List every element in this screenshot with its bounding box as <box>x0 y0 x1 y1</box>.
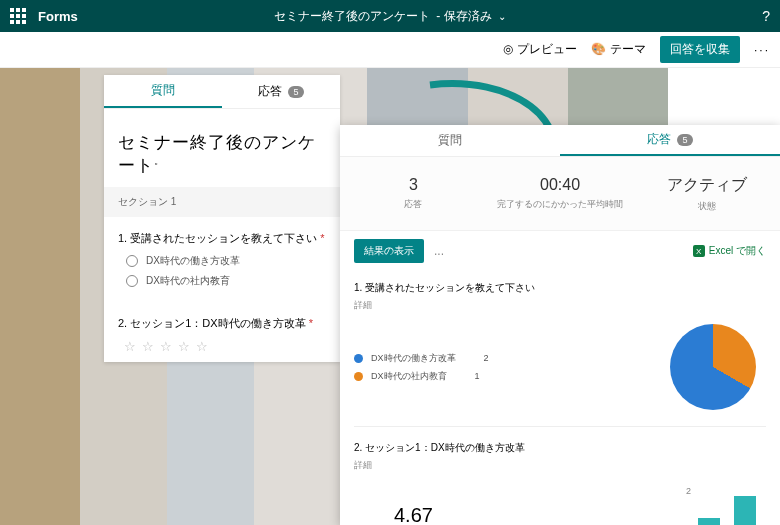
response-count-badge: 5 <box>288 86 303 98</box>
doc-title: セミナー終了後のアンケート <box>274 8 430 25</box>
results-action-row: 結果の表示 ... XExcel で開く <box>340 231 780 271</box>
chevron-down-icon[interactable]: ⌄ <box>498 11 506 22</box>
app-topbar: Forms セミナー終了後のアンケート - 保存済み ⌄ ? <box>0 0 780 32</box>
result-q1: 1. 受講されたセッションを教えて下さい 詳細 <box>340 271 780 324</box>
detail-link[interactable]: 詳細 <box>354 459 766 472</box>
more-results-button[interactable]: ... <box>434 244 444 258</box>
q1-chart-area: DX時代の働き方改革2 DX時代の社内教育1 <box>340 324 780 422</box>
form-tabs: 質問 応答5 <box>104 75 340 109</box>
responses-tabs: 質問 応答5 <box>340 125 780 157</box>
stat-status: アクティブ状態 <box>633 157 780 230</box>
stat-avg-time: 00:40完了するのにかかった平均時間 <box>487 157 634 230</box>
doc-status: - 保存済み <box>436 8 491 25</box>
question-2[interactable]: 2. セッション1：DX時代の働き方改革 * ☆☆☆☆☆ <box>104 302 340 362</box>
pie-legend: DX時代の働き方改革2 DX時代の社内教育1 <box>354 347 489 388</box>
stats-row: 3応答 00:40完了するのにかかった平均時間 アクティブ状態 <box>340 157 780 231</box>
star-rating[interactable]: ☆☆☆☆☆ <box>118 339 326 354</box>
question-1[interactable]: 1. 受講されたセッションを教えて下さい * DX時代の働き方改革 DX時代の社… <box>104 217 340 302</box>
q2-chart-area: 4.67 平均評価 <box>340 484 780 525</box>
legend-dot-icon <box>354 354 363 363</box>
q1-option-2[interactable]: DX時代の社内教育 <box>126 274 326 288</box>
legend-item-2: DX時代の社内教育1 <box>354 370 489 383</box>
help-button[interactable]: ? <box>762 8 770 24</box>
more-button[interactable]: ··· <box>754 43 770 57</box>
theme-button[interactable]: テーマ <box>591 41 646 58</box>
bar-2 <box>734 496 756 525</box>
stat-responses: 3応答 <box>340 157 487 230</box>
tab-questions[interactable]: 質問 <box>104 75 222 108</box>
responses-panel: 質問 応答5 3応答 00:40完了するのにかかった平均時間 アクティブ状態 結… <box>340 125 780 525</box>
legend-dot-icon <box>354 372 363 381</box>
doc-title-area[interactable]: セミナー終了後のアンケート - 保存済み ⌄ <box>274 8 505 25</box>
collect-responses-button[interactable]: 回答を収集 <box>660 36 740 63</box>
tab-responses-2[interactable]: 応答5 <box>560 125 780 156</box>
bar-1 <box>698 518 720 525</box>
app-launcher-icon[interactable] <box>10 8 26 24</box>
pie-chart <box>670 324 756 410</box>
detail-link[interactable]: 詳細 <box>354 299 766 312</box>
preview-button[interactable]: プレビュー <box>503 41 577 58</box>
show-results-button[interactable]: 結果の表示 <box>354 239 424 263</box>
tab-responses[interactable]: 応答5 <box>222 75 340 108</box>
radio-icon <box>126 275 138 287</box>
q1-option-1[interactable]: DX時代の働き方改革 <box>126 254 326 268</box>
app-name: Forms <box>38 9 78 24</box>
radio-icon <box>126 255 138 267</box>
command-bar: プレビュー テーマ 回答を収集 ··· <box>0 32 780 68</box>
result-q2: 2. セッション1：DX時代の働き方改革 詳細 <box>340 431 780 484</box>
section-label: セクション 1 <box>104 187 340 217</box>
tab-questions-2[interactable]: 質問 <box>340 125 560 156</box>
excel-icon: X <box>693 245 705 257</box>
response-count-badge: 5 <box>677 134 692 146</box>
avg-rating: 4.67 平均評価 <box>394 504 433 525</box>
open-in-excel-button[interactable]: XExcel で開く <box>693 244 766 258</box>
bar-chart <box>698 490 756 525</box>
form-editor-panel: 質問 応答5 セミナー終了後のアンケート。 セクション 1 1. 受講されたセッ… <box>104 75 340 362</box>
legend-item-1: DX時代の働き方改革2 <box>354 352 489 365</box>
form-title[interactable]: セミナー終了後のアンケート。 <box>104 109 340 187</box>
divider <box>354 426 766 427</box>
